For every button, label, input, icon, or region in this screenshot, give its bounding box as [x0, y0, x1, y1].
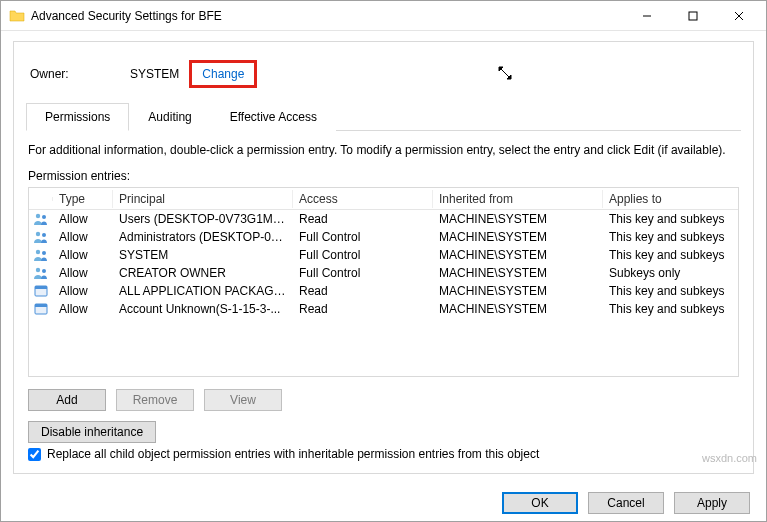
- cell-type: Allow: [53, 247, 113, 263]
- people-icon: [29, 248, 53, 262]
- content-area: Owner: SYSTEM Change Permissions Auditin…: [1, 31, 766, 482]
- cell-applies: This key and subkeys: [603, 247, 739, 263]
- tab-permissions-label: Permissions: [45, 110, 110, 124]
- replace-checkbox-label: Replace all child object permission entr…: [47, 447, 539, 461]
- owner-label: Owner:: [30, 67, 90, 81]
- svg-rect-15: [35, 304, 47, 307]
- change-owner-link[interactable]: Change: [189, 60, 257, 88]
- tab-auditing[interactable]: Auditing: [129, 103, 210, 131]
- table-row[interactable]: AllowAccount Unknown(S-1-15-3-...ReadMAC…: [29, 300, 738, 318]
- window: Advanced Security Settings for BFE Owner…: [0, 0, 767, 522]
- cell-applies: This key and subkeys: [603, 301, 739, 317]
- cell-inherited: MACHINE\SYSTEM: [433, 229, 603, 245]
- cell-access: Full Control: [293, 265, 433, 281]
- dialog-footer: OK Cancel Apply: [1, 482, 766, 522]
- tab-auditing-label: Auditing: [148, 110, 191, 124]
- svg-point-5: [42, 215, 46, 219]
- svg-rect-1: [689, 12, 697, 20]
- people-icon: [29, 212, 53, 226]
- folder-icon: [9, 8, 25, 24]
- replace-checkbox[interactable]: [28, 448, 41, 461]
- owner-row: Owner: SYSTEM Change: [26, 50, 741, 102]
- table-row[interactable]: AllowALL APPLICATION PACKAGESReadMACHINE…: [29, 282, 738, 300]
- cell-access: Read: [293, 301, 433, 317]
- resize-cursor-icon: [497, 65, 513, 84]
- table-header: Type Principal Access Inherited from App…: [29, 188, 738, 210]
- permission-entries-label: Permission entries:: [28, 169, 739, 183]
- view-button: View: [204, 389, 282, 411]
- svg-rect-13: [35, 286, 47, 289]
- add-button[interactable]: Add: [28, 389, 106, 411]
- cell-inherited: MACHINE\SYSTEM: [433, 265, 603, 281]
- table-row[interactable]: AllowUsers (DESKTOP-0V73G1M\Us...ReadMAC…: [29, 210, 738, 228]
- cell-type: Allow: [53, 301, 113, 317]
- maximize-button[interactable]: [670, 1, 716, 31]
- table-row[interactable]: AllowSYSTEMFull ControlMACHINE\SYSTEMThi…: [29, 246, 738, 264]
- table-row[interactable]: AllowCREATOR OWNERFull ControlMACHINE\SY…: [29, 264, 738, 282]
- cell-inherited: MACHINE\SYSTEM: [433, 301, 603, 317]
- tab-effective-label: Effective Access: [230, 110, 317, 124]
- cell-applies: Subkeys only: [603, 265, 739, 281]
- titlebar: Advanced Security Settings for BFE: [1, 1, 766, 31]
- svg-point-7: [42, 233, 46, 237]
- col-inherited[interactable]: Inherited from: [433, 190, 603, 208]
- col-type[interactable]: Type: [53, 190, 113, 208]
- people-icon: [29, 266, 53, 280]
- people-icon: [29, 230, 53, 244]
- svg-point-6: [36, 232, 40, 236]
- cell-type: Allow: [53, 211, 113, 227]
- app-package-icon: [29, 302, 53, 316]
- table-body: AllowUsers (DESKTOP-0V73G1M\Us...ReadMAC…: [29, 210, 738, 318]
- col-access[interactable]: Access: [293, 190, 433, 208]
- tab-strip: Permissions Auditing Effective Access: [26, 102, 741, 131]
- window-title: Advanced Security Settings for BFE: [31, 9, 624, 23]
- window-controls: [624, 1, 762, 31]
- table-row[interactable]: AllowAdministrators (DESKTOP-0V7...Full …: [29, 228, 738, 246]
- close-button[interactable]: [716, 1, 762, 31]
- cell-access: Full Control: [293, 247, 433, 263]
- cell-principal: ALL APPLICATION PACKAGES: [113, 283, 293, 299]
- ok-button[interactable]: OK: [502, 492, 578, 514]
- cell-applies: This key and subkeys: [603, 229, 739, 245]
- entry-button-row: Add Remove View: [28, 389, 739, 411]
- cell-principal: Account Unknown(S-1-15-3-...: [113, 301, 293, 317]
- main-panel: Owner: SYSTEM Change Permissions Auditin…: [13, 41, 754, 474]
- svg-point-4: [36, 214, 40, 218]
- tab-permissions[interactable]: Permissions: [26, 103, 129, 131]
- minimize-button[interactable]: [624, 1, 670, 31]
- cell-applies: This key and subkeys: [603, 211, 739, 227]
- cell-inherited: MACHINE\SYSTEM: [433, 283, 603, 299]
- col-principal[interactable]: Principal: [113, 190, 293, 208]
- cell-inherited: MACHINE\SYSTEM: [433, 247, 603, 263]
- replace-checkbox-row: Replace all child object permission entr…: [28, 447, 739, 461]
- disable-inheritance-button[interactable]: Disable inheritance: [28, 421, 156, 443]
- cell-principal: Users (DESKTOP-0V73G1M\Us...: [113, 211, 293, 227]
- col-icon[interactable]: [29, 197, 53, 201]
- svg-point-9: [42, 251, 46, 255]
- tab-effective-access[interactable]: Effective Access: [211, 103, 336, 131]
- cell-type: Allow: [53, 229, 113, 245]
- cell-type: Allow: [53, 283, 113, 299]
- permission-table[interactable]: Type Principal Access Inherited from App…: [28, 187, 739, 377]
- col-applies[interactable]: Applies to: [603, 190, 739, 208]
- cell-principal: CREATOR OWNER: [113, 265, 293, 281]
- tab-body: For additional information, double-click…: [26, 131, 741, 463]
- owner-value: SYSTEM: [130, 67, 179, 81]
- svg-point-10: [36, 268, 40, 272]
- app-package-icon: [29, 284, 53, 298]
- cell-inherited: MACHINE\SYSTEM: [433, 211, 603, 227]
- cell-access: Read: [293, 211, 433, 227]
- svg-point-11: [42, 269, 46, 273]
- cell-access: Full Control: [293, 229, 433, 245]
- cell-principal: Administrators (DESKTOP-0V7...: [113, 229, 293, 245]
- svg-point-8: [36, 250, 40, 254]
- cell-type: Allow: [53, 265, 113, 281]
- apply-button[interactable]: Apply: [674, 492, 750, 514]
- instructions-text: For additional information, double-click…: [28, 143, 739, 157]
- cell-access: Read: [293, 283, 433, 299]
- cell-principal: SYSTEM: [113, 247, 293, 263]
- remove-button: Remove: [116, 389, 194, 411]
- cell-applies: This key and subkeys: [603, 283, 739, 299]
- cancel-button[interactable]: Cancel: [588, 492, 664, 514]
